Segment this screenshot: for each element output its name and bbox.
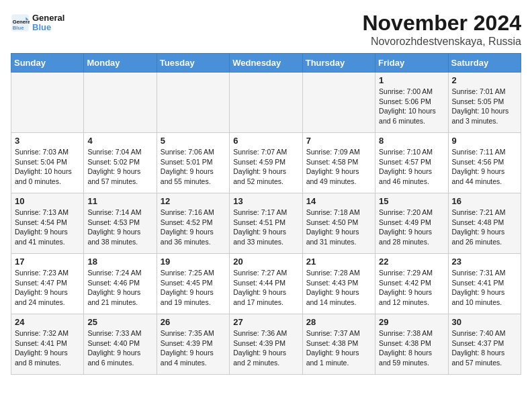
calendar-cell: 4Sunrise: 7:04 AM Sunset: 5:02 PM Daylig… — [84, 133, 157, 193]
calendar-cell: 11Sunrise: 7:14 AM Sunset: 4:53 PM Dayli… — [84, 193, 157, 254]
day-info: Sunrise: 7:28 AM Sunset: 4:43 PM Dayligh… — [306, 268, 371, 308]
week-row-1: 1Sunrise: 7:00 AM Sunset: 5:06 PM Daylig… — [11, 73, 521, 133]
day-number: 14 — [306, 196, 371, 206]
day-number: 21 — [306, 257, 371, 267]
calendar-cell: 3Sunrise: 7:03 AM Sunset: 5:04 PM Daylig… — [11, 133, 84, 193]
week-row-4: 17Sunrise: 7:23 AM Sunset: 4:47 PM Dayli… — [11, 254, 521, 314]
day-number: 2 — [452, 75, 517, 85]
day-number: 6 — [233, 136, 298, 146]
calendar-cell: 14Sunrise: 7:18 AM Sunset: 4:50 PM Dayli… — [302, 193, 375, 254]
page-title: November 2024 — [362, 11, 521, 36]
calendar-cell: 5Sunrise: 7:06 AM Sunset: 5:01 PM Daylig… — [157, 133, 229, 193]
header-sunday: Sunday — [11, 54, 84, 73]
day-number: 9 — [452, 136, 517, 146]
day-info: Sunrise: 7:36 AM Sunset: 4:39 PM Dayligh… — [233, 328, 298, 368]
header-monday: Monday — [84, 54, 157, 73]
calendar-cell: 9Sunrise: 7:11 AM Sunset: 4:56 PM Daylig… — [448, 133, 521, 193]
header-wednesday: Wednesday — [230, 54, 302, 73]
day-info: Sunrise: 7:21 AM Sunset: 4:48 PM Dayligh… — [452, 208, 517, 247]
title-block: November 2024 Novorozhdestvenskaya, Russ… — [362, 11, 521, 48]
day-info: Sunrise: 7:09 AM Sunset: 4:58 PM Dayligh… — [306, 147, 371, 187]
logo-line1: General — [32, 13, 64, 23]
week-row-2: 3Sunrise: 7:03 AM Sunset: 5:04 PM Daylig… — [11, 133, 521, 193]
day-info: Sunrise: 7:11 AM Sunset: 4:56 PM Dayligh… — [452, 147, 517, 187]
day-info: Sunrise: 7:18 AM Sunset: 4:50 PM Dayligh… — [306, 208, 371, 247]
svg-text:Blue: Blue — [13, 25, 24, 31]
page-subtitle: Novorozhdestvenskaya, Russia — [362, 36, 521, 48]
calendar-cell: 29Sunrise: 7:38 AM Sunset: 4:38 PM Dayli… — [375, 314, 448, 375]
logo-line2: Blue — [32, 23, 64, 32]
day-number: 18 — [87, 257, 152, 267]
day-info: Sunrise: 7:00 AM Sunset: 5:06 PM Dayligh… — [379, 87, 444, 126]
calendar-cell: 6Sunrise: 7:07 AM Sunset: 4:59 PM Daylig… — [230, 133, 302, 193]
calendar-cell: 23Sunrise: 7:31 AM Sunset: 4:41 PM Dayli… — [448, 254, 521, 314]
calendar-cell: 8Sunrise: 7:10 AM Sunset: 4:57 PM Daylig… — [375, 133, 448, 193]
day-number: 25 — [87, 317, 152, 327]
week-row-5: 24Sunrise: 7:32 AM Sunset: 4:41 PM Dayli… — [11, 314, 521, 375]
calendar-cell: 10Sunrise: 7:13 AM Sunset: 4:54 PM Dayli… — [11, 193, 84, 254]
day-number: 8 — [379, 136, 444, 146]
calendar-cell — [84, 73, 157, 133]
calendar-cell: 21Sunrise: 7:28 AM Sunset: 4:43 PM Dayli… — [302, 254, 375, 314]
day-info: Sunrise: 7:06 AM Sunset: 5:01 PM Dayligh… — [161, 147, 226, 187]
page-header: General Blue General Blue November 2024 … — [11, 11, 521, 48]
calendar-cell — [302, 73, 375, 133]
day-info: Sunrise: 7:33 AM Sunset: 4:40 PM Dayligh… — [87, 328, 152, 368]
calendar-cell: 16Sunrise: 7:21 AM Sunset: 4:48 PM Dayli… — [448, 193, 521, 254]
day-number: 23 — [452, 257, 517, 267]
calendar-header-row: SundayMondayTuesdayWednesdayThursdayFrid… — [11, 54, 521, 73]
header-saturday: Saturday — [448, 54, 521, 73]
day-info: Sunrise: 7:20 AM Sunset: 4:49 PM Dayligh… — [379, 208, 444, 247]
day-number: 11 — [87, 196, 152, 206]
logo: General Blue General Blue — [11, 13, 64, 33]
calendar-cell: 13Sunrise: 7:17 AM Sunset: 4:51 PM Dayli… — [230, 193, 302, 254]
header-thursday: Thursday — [302, 54, 375, 73]
day-number: 17 — [15, 257, 80, 267]
calendar-cell: 1Sunrise: 7:00 AM Sunset: 5:06 PM Daylig… — [375, 73, 448, 133]
header-friday: Friday — [375, 54, 448, 73]
day-info: Sunrise: 7:04 AM Sunset: 5:02 PM Dayligh… — [87, 147, 152, 187]
day-number: 22 — [379, 257, 444, 267]
day-number: 24 — [15, 317, 80, 327]
header-tuesday: Tuesday — [157, 54, 229, 73]
day-info: Sunrise: 7:10 AM Sunset: 4:57 PM Dayligh… — [379, 147, 444, 187]
calendar-cell: 18Sunrise: 7:24 AM Sunset: 4:46 PM Dayli… — [84, 254, 157, 314]
day-number: 28 — [306, 317, 371, 327]
day-info: Sunrise: 7:35 AM Sunset: 4:39 PM Dayligh… — [161, 328, 226, 368]
logo-icon: General Blue — [11, 13, 30, 32]
calendar-cell — [11, 73, 84, 133]
day-info: Sunrise: 7:23 AM Sunset: 4:47 PM Dayligh… — [15, 268, 80, 308]
calendar-cell: 26Sunrise: 7:35 AM Sunset: 4:39 PM Dayli… — [157, 314, 229, 375]
day-number: 26 — [161, 317, 226, 327]
calendar-cell: 15Sunrise: 7:20 AM Sunset: 4:49 PM Dayli… — [375, 193, 448, 254]
day-number: 30 — [452, 317, 517, 327]
calendar-cell: 7Sunrise: 7:09 AM Sunset: 4:58 PM Daylig… — [302, 133, 375, 193]
day-number: 29 — [379, 317, 444, 327]
day-number: 13 — [233, 196, 298, 206]
day-info: Sunrise: 7:14 AM Sunset: 4:53 PM Dayligh… — [87, 208, 152, 247]
calendar-cell: 22Sunrise: 7:29 AM Sunset: 4:42 PM Dayli… — [375, 254, 448, 314]
calendar-cell: 30Sunrise: 7:40 AM Sunset: 4:37 PM Dayli… — [448, 314, 521, 375]
day-number: 1 — [379, 75, 444, 85]
day-info: Sunrise: 7:13 AM Sunset: 4:54 PM Dayligh… — [15, 208, 80, 247]
calendar-cell: 25Sunrise: 7:33 AM Sunset: 4:40 PM Dayli… — [84, 314, 157, 375]
day-info: Sunrise: 7:37 AM Sunset: 4:38 PM Dayligh… — [306, 328, 371, 368]
day-info: Sunrise: 7:31 AM Sunset: 4:41 PM Dayligh… — [452, 268, 517, 308]
calendar-cell — [157, 73, 229, 133]
day-info: Sunrise: 7:29 AM Sunset: 4:42 PM Dayligh… — [379, 268, 444, 308]
day-number: 7 — [306, 136, 371, 146]
day-number: 10 — [15, 196, 80, 206]
day-info: Sunrise: 7:24 AM Sunset: 4:46 PM Dayligh… — [87, 268, 152, 308]
day-info: Sunrise: 7:25 AM Sunset: 4:45 PM Dayligh… — [161, 268, 226, 308]
day-number: 19 — [161, 257, 226, 267]
day-number: 4 — [87, 136, 152, 146]
day-number: 15 — [379, 196, 444, 206]
calendar-cell: 27Sunrise: 7:36 AM Sunset: 4:39 PM Dayli… — [230, 314, 302, 375]
day-info: Sunrise: 7:07 AM Sunset: 4:59 PM Dayligh… — [233, 147, 298, 187]
day-number: 12 — [161, 196, 226, 206]
day-info: Sunrise: 7:16 AM Sunset: 4:52 PM Dayligh… — [161, 208, 226, 247]
day-number: 20 — [233, 257, 298, 267]
day-info: Sunrise: 7:03 AM Sunset: 5:04 PM Dayligh… — [15, 147, 80, 187]
calendar-cell: 20Sunrise: 7:27 AM Sunset: 4:44 PM Dayli… — [230, 254, 302, 314]
calendar-cell: 2Sunrise: 7:01 AM Sunset: 5:05 PM Daylig… — [448, 73, 521, 133]
